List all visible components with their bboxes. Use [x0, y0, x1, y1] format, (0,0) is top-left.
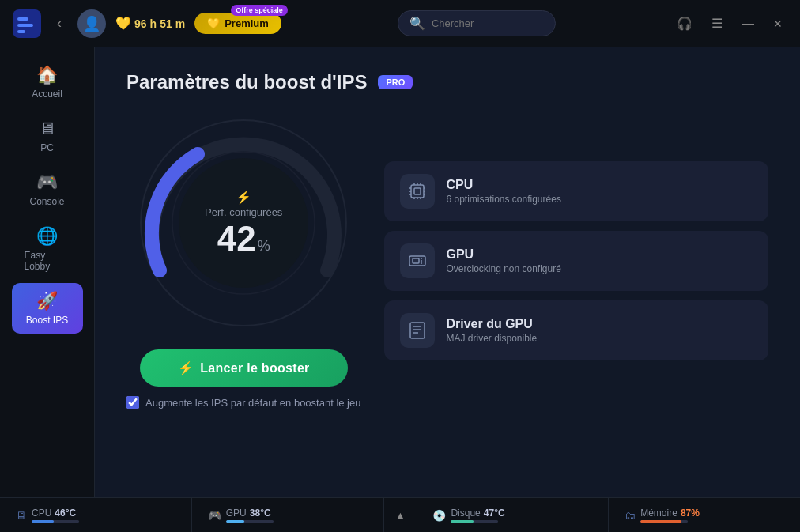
- search-box[interactable]: 🔍: [398, 10, 556, 36]
- boost-label: Lancer le booster: [200, 361, 309, 375]
- svg-rect-7: [411, 185, 424, 198]
- cpu-card[interactable]: CPU 6 optimisations configurées: [384, 161, 768, 221]
- memory-bar-wrap: [640, 520, 688, 523]
- xp-value: 96: [134, 17, 147, 30]
- svg-rect-2: [17, 24, 33, 27]
- status-bar: 🖥 CPU 46°C 🎮 GPU 38°C ▲ 💿: [0, 497, 800, 532]
- right-panel: CPU 6 optimisations configurées: [384, 161, 768, 360]
- sidebar: 🏠 Accueil 🖥 PC 🎮 Console 🌐 Easy Lobby 🚀 …: [0, 47, 95, 497]
- page-header: Paramètres du boost d'IPS PRO: [126, 71, 413, 93]
- console-icon: 🎮: [36, 172, 58, 193]
- title-bar: ‹ 👤 💛 96 h 51 m 💛 Premium Offre spéciale…: [0, 0, 800, 47]
- chevron-up-button[interactable]: ▲: [384, 509, 417, 522]
- status-gpu-value: 38°C: [250, 507, 271, 519]
- status-gpu-row: GPU 38°C: [226, 507, 274, 519]
- bottom-section: ⚡ Lancer le booster Augmente les IPS par…: [126, 349, 360, 409]
- gauge-unit: %: [258, 238, 270, 254]
- back-button[interactable]: ‹: [51, 12, 68, 35]
- status-memory-value: 87%: [681, 507, 700, 519]
- menu-button[interactable]: ☰: [707, 13, 727, 34]
- home-icon: 🏠: [36, 65, 58, 85]
- support-button[interactable]: 🎧: [672, 13, 697, 34]
- gauge-wrapper: ⚡ Perf. configurées 42%: [133, 112, 354, 334]
- sidebar-item-pc[interactable]: 🖥 PC: [12, 111, 83, 161]
- status-cpu-value: 46°C: [55, 507, 76, 519]
- status-memory-inner: Mémoire 87%: [640, 507, 700, 523]
- search-input[interactable]: [432, 17, 544, 29]
- pc-icon: 🖥: [39, 119, 56, 139]
- premium-button[interactable]: 💛 Premium Offre spéciale: [194, 13, 281, 34]
- status-cpu-inner: CPU 46°C: [32, 507, 79, 523]
- boost-button[interactable]: ⚡ Lancer le booster: [140, 349, 348, 387]
- svg-rect-26: [410, 323, 425, 338]
- gauge-value: 42: [217, 219, 256, 258]
- gpu-card[interactable]: GPU Overclocking non configuré: [384, 231, 768, 291]
- driver-card[interactable]: Driver du GPU MAJ driver disponible: [384, 300, 768, 360]
- sidebar-label-boost-ips: Boost IPS: [26, 315, 68, 326]
- status-gpu-label: GPU: [226, 507, 247, 519]
- xp-icon: 💛: [115, 16, 131, 31]
- driver-card-text: Driver du GPU MAJ driver disponible: [446, 317, 537, 344]
- status-disk-label: Disque: [451, 507, 480, 519]
- cpu-bar-wrap: [32, 520, 79, 523]
- search-icon: 🔍: [409, 16, 425, 31]
- disk-bar-fill: [451, 520, 473, 523]
- cpu-card-sub: 6 optimisations configurées: [446, 194, 560, 205]
- cpu-card-title: CPU: [446, 178, 560, 192]
- cpu-card-icon: [400, 174, 435, 209]
- cpu-card-text: CPU 6 optimisations configurées: [446, 178, 560, 205]
- status-disk-value: 47°C: [484, 507, 505, 519]
- status-gpu-inner: GPU 38°C: [226, 507, 274, 523]
- main-layout: 🏠 Accueil 🖥 PC 🎮 Console 🌐 Easy Lobby 🚀 …: [0, 47, 800, 497]
- sidebar-item-boost-ips[interactable]: 🚀 Boost IPS: [12, 283, 83, 334]
- sidebar-label-pc: PC: [40, 142, 54, 153]
- close-button[interactable]: ✕: [768, 14, 787, 33]
- status-memory-icon: 🗂: [625, 509, 636, 522]
- svg-rect-22: [413, 258, 419, 263]
- svg-rect-21: [409, 256, 425, 266]
- xp-min-value: 51: [160, 17, 172, 30]
- driver-card-sub: MAJ driver disponible: [446, 333, 537, 344]
- xp-badge: 💛 96 h 51 m: [115, 16, 185, 31]
- status-gpu-icon: 🎮: [208, 509, 221, 522]
- status-disk: 💿 Disque 47°C: [417, 498, 609, 532]
- status-cpu-icon: 🖥: [16, 509, 27, 522]
- premium-icon: 💛: [207, 17, 220, 29]
- gauge-value-row: 42%: [217, 221, 270, 256]
- menu-icon: ☰: [711, 16, 723, 31]
- boost-flash-icon: ⚡: [178, 360, 194, 375]
- status-cpu-row: CPU 46°C: [32, 507, 79, 519]
- status-disk-icon: 💿: [432, 509, 446, 522]
- sidebar-item-console[interactable]: 🎮 Console: [12, 164, 83, 215]
- content-body: ⚡ Perf. configurées 42% ⚡ Lancer le boos…: [126, 112, 768, 409]
- gauge-center: ⚡ Perf. configurées 42%: [205, 190, 282, 256]
- status-memory-label: Mémoire: [640, 507, 677, 519]
- driver-card-icon: [400, 313, 435, 348]
- flash-icon: ⚡: [236, 190, 251, 205]
- page-title: Paramètres du boost d'IPS: [126, 71, 367, 93]
- status-disk-inner: Disque 47°C: [451, 507, 504, 523]
- sidebar-item-easy-lobby[interactable]: 🌐 Easy Lobby: [12, 218, 83, 280]
- checkbox-row: Augmente les IPS par défaut en boostant …: [126, 396, 360, 409]
- status-memory-row: Mémoire 87%: [640, 507, 700, 519]
- pro-badge: PRO: [378, 75, 413, 89]
- title-bar-right: 🎧 ☰ — ✕: [672, 13, 787, 34]
- disk-bar-wrap: [451, 520, 498, 523]
- avatar[interactable]: 👤: [77, 9, 106, 38]
- status-cpu: 🖥 CPU 46°C: [0, 498, 192, 532]
- minimize-button[interactable]: —: [737, 13, 759, 34]
- sidebar-item-accueil[interactable]: 🏠 Accueil: [12, 57, 83, 108]
- app-logo: [13, 9, 41, 38]
- gpu-bar-fill: [226, 520, 244, 523]
- svg-rect-1: [17, 17, 28, 21]
- auto-boost-checkbox[interactable]: [126, 396, 139, 409]
- boost-icon: 🚀: [36, 291, 58, 311]
- gpu-card-title: GPU: [446, 247, 560, 262]
- status-disk-row: Disque 47°C: [451, 507, 504, 519]
- checkbox-label: Augmente les IPS par défaut en boostant …: [145, 397, 360, 409]
- gauge-label: Perf. configurées: [205, 206, 282, 218]
- memory-bar-fill: [640, 520, 681, 523]
- gauge-container: ⚡ Perf. configurées 42% ⚡ Lancer le boos…: [126, 112, 360, 409]
- title-bar-left: ‹ 👤 💛 96 h 51 m 💛 Premium Offre spéciale: [13, 9, 281, 38]
- offre-badge: Offre spéciale: [231, 5, 288, 16]
